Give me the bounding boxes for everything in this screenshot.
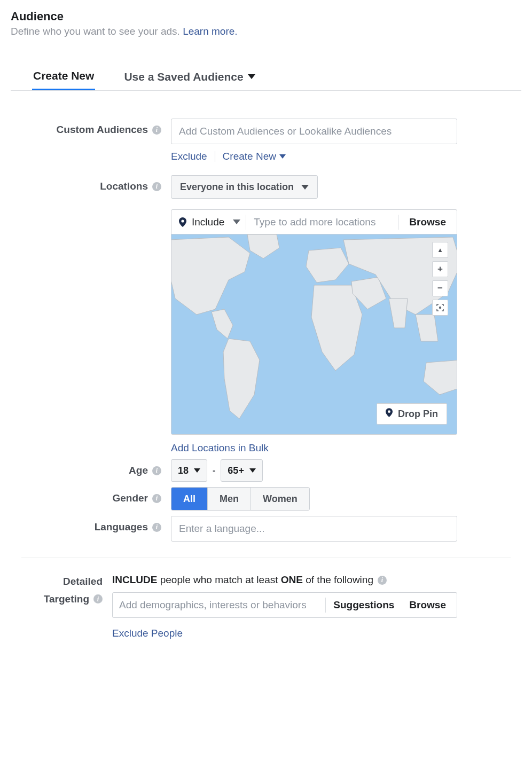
caret-down-icon xyxy=(279,154,286,159)
tab-create-new[interactable]: Create New xyxy=(32,69,95,90)
suggestions-button[interactable]: Suggestions xyxy=(326,599,402,611)
tabs: Create New Use a Saved Audience xyxy=(11,37,521,91)
locations-box: Include Browse xyxy=(171,209,457,435)
pin-icon xyxy=(179,217,186,227)
caret-down-icon[interactable] xyxy=(233,219,240,224)
locations-scope-value: Everyone in this location xyxy=(180,182,294,193)
age-min-select[interactable]: 18 xyxy=(171,459,207,482)
locations-input-bar: Include Browse xyxy=(171,210,457,234)
map-pan-up-button[interactable]: ▴ xyxy=(432,242,448,258)
divider xyxy=(246,215,246,230)
detailed-browse-button[interactable]: Browse xyxy=(402,599,453,611)
locations-browse-button[interactable]: Browse xyxy=(404,216,451,228)
age-max-value: 65+ xyxy=(228,465,244,476)
age-label: Age xyxy=(129,465,148,476)
info-icon[interactable]: i xyxy=(93,594,103,603)
info-icon[interactable]: i xyxy=(152,182,161,191)
pin-icon xyxy=(386,408,393,420)
svg-point-1 xyxy=(440,307,441,309)
title-post: of the following xyxy=(303,574,373,585)
gender-label: Gender xyxy=(112,492,148,504)
subtitle-text: Define who you want to see your ads. xyxy=(11,26,183,37)
caret-down-icon xyxy=(249,468,256,473)
info-icon[interactable]: i xyxy=(152,494,161,503)
gender-segmented: All Men Women xyxy=(171,487,310,511)
divider xyxy=(398,215,398,230)
age-max-select[interactable]: 65+ xyxy=(221,459,263,482)
map-recenter-button[interactable] xyxy=(432,300,448,316)
tab-saved-audience[interactable]: Use a Saved Audience xyxy=(123,69,256,90)
map-zoom-out-button[interactable]: − xyxy=(432,280,448,296)
caret-down-icon xyxy=(194,468,200,473)
add-locations-bulk-link[interactable]: Add Locations in Bulk xyxy=(171,442,269,454)
divider xyxy=(215,151,215,162)
exclude-people-link[interactable]: Exclude People xyxy=(112,628,183,639)
languages-input[interactable] xyxy=(171,516,457,542)
custom-audiences-create-new-link[interactable]: Create New xyxy=(223,151,286,162)
gender-men-button[interactable]: Men xyxy=(207,488,251,510)
info-icon[interactable]: i xyxy=(378,576,387,585)
include-word: INCLUDE xyxy=(112,574,157,585)
gender-all-button[interactable]: All xyxy=(171,488,207,510)
drop-pin-button[interactable]: Drop Pin xyxy=(377,403,447,425)
locations-include-label[interactable]: Include xyxy=(192,216,224,228)
page-subtitle: Define who you want to see your ads. Lea… xyxy=(11,26,521,37)
learn-more-link[interactable]: Learn more. xyxy=(183,26,237,37)
map-zoom-in-button[interactable]: + xyxy=(432,261,448,277)
locations-label: Locations xyxy=(100,181,148,192)
detailed-targeting-input[interactable] xyxy=(113,599,325,611)
languages-label: Languages xyxy=(95,521,148,533)
custom-audiences-input[interactable] xyxy=(171,119,457,144)
detailed-label-2: Targeting xyxy=(44,592,89,607)
locations-map[interactable]: ▴ + − Drop Pin xyxy=(171,234,457,434)
one-word: ONE xyxy=(281,574,303,585)
detailed-targeting-row: Suggestions Browse xyxy=(112,592,457,618)
locations-input[interactable] xyxy=(252,216,393,228)
info-icon[interactable]: i xyxy=(152,466,161,475)
recenter-icon xyxy=(436,304,444,311)
map-controls: ▴ + − xyxy=(432,242,448,316)
section-divider xyxy=(21,558,511,558)
locations-scope-select[interactable]: Everyone in this location xyxy=(171,175,318,199)
info-icon[interactable]: i xyxy=(152,523,161,532)
custom-audiences-label: Custom Audiences xyxy=(57,124,148,136)
info-icon[interactable]: i xyxy=(152,126,161,135)
gender-women-button[interactable]: Women xyxy=(251,488,309,510)
title-mid: people who match at least xyxy=(157,574,280,585)
detailed-label-1: Detailed xyxy=(63,574,103,590)
caret-down-icon xyxy=(248,74,255,79)
custom-audiences-exclude-link[interactable]: Exclude xyxy=(171,151,207,162)
detailed-include-title: INCLUDE people who match at least ONE of… xyxy=(112,574,457,586)
create-new-label: Create New xyxy=(223,151,276,162)
tab-saved-audience-label: Use a Saved Audience xyxy=(124,70,243,83)
age-min-value: 18 xyxy=(178,465,189,476)
page-title: Audience xyxy=(11,10,521,23)
age-dash: - xyxy=(213,466,215,475)
drop-pin-label: Drop Pin xyxy=(398,409,438,420)
caret-down-icon xyxy=(301,185,309,190)
